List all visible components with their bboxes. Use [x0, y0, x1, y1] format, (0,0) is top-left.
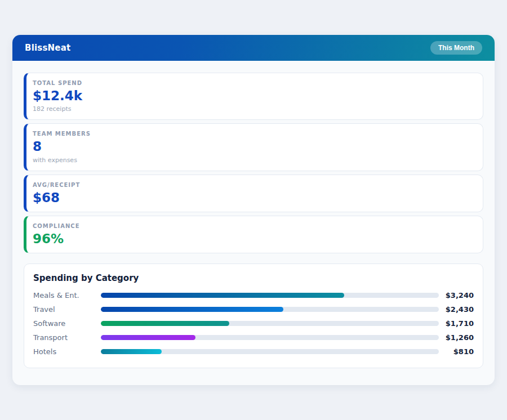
chart-row-transport: Transport$1,260 [33, 330, 474, 345]
app-title: BlissNeat [25, 43, 70, 53]
period-badge[interactable]: This Month [430, 41, 482, 55]
dashboard-body: TOTAL SPEND$12.4k182 receiptsTEAM MEMBER… [12, 61, 495, 379]
stat-card-team-members: TEAM MEMBERS8with expenses [24, 123, 483, 171]
stat-subtext: with expenses [33, 157, 475, 164]
bar-fill [101, 335, 195, 340]
bar-track [101, 321, 439, 326]
app-header: BlissNeat This Month [12, 35, 495, 61]
bar-fill [101, 293, 344, 298]
stat-card-compliance: COMPLIANCE96% [24, 216, 483, 253]
stat-value: 96% [33, 232, 475, 246]
category-label: Travel [33, 305, 101, 314]
chart-row-meals-ent-: Meals & Ent.$3,240 [33, 288, 474, 302]
bar-fill [101, 321, 229, 326]
bar-track [101, 349, 439, 354]
stat-value: $68 [33, 191, 475, 205]
category-label: Software [33, 319, 101, 328]
category-value: $810 [439, 347, 474, 356]
stat-label: AVG/RECEIPT [33, 182, 475, 188]
stat-label: COMPLIANCE [33, 223, 475, 229]
stat-label: TEAM MEMBERS [33, 131, 475, 137]
chart-row-list: Meals & Ent.$3,240Travel$2,430Software$1… [33, 288, 474, 359]
category-label: Transport [33, 333, 101, 342]
stat-value: 8 [33, 140, 475, 154]
bar-fill [101, 307, 283, 312]
category-label: Meals & Ent. [33, 291, 101, 300]
category-value: $2,430 [439, 305, 474, 314]
stat-subtext: 182 receipts [33, 105, 475, 113]
stat-card-list: TOTAL SPEND$12.4k182 receiptsTEAM MEMBER… [24, 73, 483, 253]
bar-track [101, 293, 439, 298]
bar-fill [101, 349, 162, 354]
chart-title: Spending by Category [33, 273, 474, 283]
bar-track [101, 307, 439, 312]
bar-track [101, 335, 439, 340]
stat-label: TOTAL SPEND [33, 80, 475, 86]
category-value: $3,240 [439, 291, 474, 300]
spending-by-category-card: Spending by Category Meals & Ent.$3,240T… [24, 263, 483, 368]
chart-row-hotels: Hotels$810 [33, 345, 474, 359]
category-value: $1,710 [439, 319, 474, 328]
category-label: Hotels [33, 347, 101, 356]
category-value: $1,260 [439, 333, 474, 342]
stat-value: $12.4k [33, 89, 475, 103]
chart-row-travel: Travel$2,430 [33, 302, 474, 316]
chart-row-software: Software$1,710 [33, 316, 474, 330]
dashboard-card: BlissNeat This Month TOTAL SPEND$12.4k18… [12, 35, 495, 385]
stat-card-avg-receipt: AVG/RECEIPT$68 [24, 175, 483, 212]
stat-card-total-spend: TOTAL SPEND$12.4k182 receipts [24, 73, 483, 120]
